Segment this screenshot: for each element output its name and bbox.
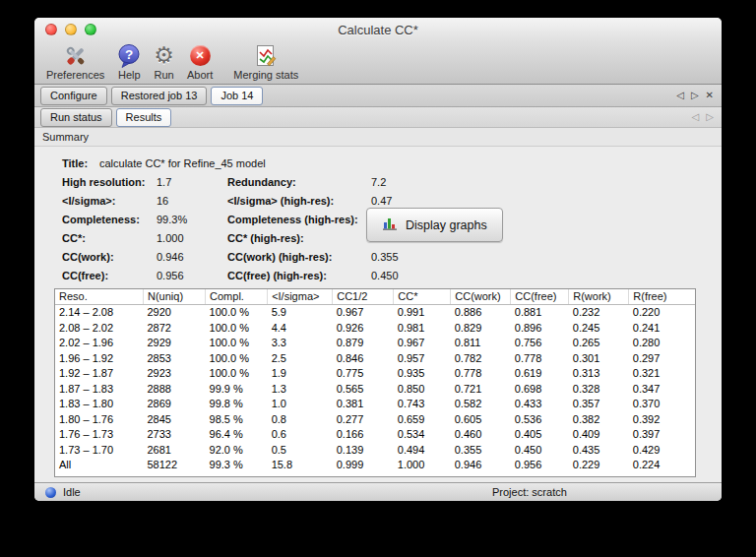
table-cell: 0.405 [511, 427, 569, 443]
summary-label: CC*: [62, 232, 157, 244]
table-cell: 0.301 [569, 351, 629, 367]
display-graphs-button[interactable]: Display graphs [366, 208, 503, 242]
toolbar-label: Preferences [46, 69, 104, 81]
tab-close-icon[interactable]: ✕ [706, 91, 714, 100]
gear-icon: ⚙ [154, 42, 174, 69]
subtab-scroll-left-icon[interactable]: ◁ [692, 112, 700, 122]
table-cell: 0.460 [451, 427, 511, 443]
column-header[interactable]: R(work) [569, 289, 629, 305]
summary-value: 0.47 [371, 195, 392, 207]
table-row[interactable]: 2.08 – 2.022872100.0 %4.40.9260.9810.829… [55, 321, 695, 337]
table-cell: 2.08 – 2.02 [55, 321, 144, 337]
summary-row: CC(free):0.956CC(free) (high-res):0.450 [62, 266, 722, 284]
table-cell: 0.280 [629, 336, 695, 351]
bar-chart-icon [382, 216, 398, 234]
table-cell: 0.370 [629, 397, 695, 412]
tab-job-14[interactable]: Job 14 [211, 87, 263, 105]
column-header[interactable]: Compl. [206, 289, 268, 305]
toolbar-label: Merging stats [233, 69, 298, 81]
column-header[interactable]: Reso. [55, 289, 144, 305]
results-panel: Title: calculate CC* for Refine_45 model… [34, 147, 722, 482]
table-cell: 99.3 % [206, 458, 268, 473]
table-cell: 0.224 [629, 458, 695, 473]
table-row[interactable]: 1.76 – 1.73273396.4 %0.60.1660.5340.4600… [55, 427, 695, 443]
table-row[interactable]: 1.80 – 1.76284598.5 %0.80.2770.6590.6050… [55, 412, 695, 428]
tab-configure[interactable]: Configure [40, 87, 107, 105]
tab-restored-job-13[interactable]: Restored job 13 [111, 87, 208, 105]
merging-stats-button[interactable]: Merging stats [233, 42, 298, 81]
table-row[interactable]: 2.02 – 1.962929100.0 %3.30.8790.9670.811… [55, 336, 695, 351]
titlebar[interactable]: Calculate CC* [34, 18, 722, 41]
table-cell: 2872 [144, 321, 206, 337]
table-cell: 96.4 % [206, 427, 268, 443]
subtab-scroll-right-icon[interactable]: ▷ [706, 112, 714, 122]
table-cell: 0.536 [511, 412, 569, 428]
table-row[interactable]: 1.96 – 1.922853100.0 %2.50.8460.9570.782… [55, 351, 695, 367]
table-cell: 0.850 [394, 382, 451, 398]
column-header[interactable]: <I/sigma> [268, 289, 333, 305]
table-cell: 0.605 [451, 412, 511, 428]
table-cell: 0.6 [268, 427, 333, 443]
table-cell: 0.967 [333, 305, 394, 321]
table-cell: 0.565 [333, 382, 394, 398]
column-header[interactable]: N(uniq) [144, 289, 206, 305]
tab-scroll-left-icon[interactable]: ◁ [676, 91, 684, 100]
column-header[interactable]: CC1/2 [333, 289, 394, 305]
table-cell: 0.409 [569, 427, 629, 443]
zoom-button[interactable] [85, 24, 96, 35]
table-cell: 0.846 [333, 351, 394, 367]
summary-label: High resolution: [62, 176, 157, 188]
table-cell: 0.313 [569, 366, 629, 382]
table-cell: 1.76 – 1.73 [55, 427, 144, 443]
status-text: Idle [63, 486, 81, 498]
tab-results[interactable]: Results [116, 108, 172, 127]
table-cell: 100.0 % [206, 351, 268, 367]
preferences-button[interactable]: Preferences [46, 42, 104, 81]
table-cell: 0.811 [451, 336, 511, 351]
table-cell: 0.926 [333, 321, 394, 337]
table-row[interactable]: 1.87 – 1.83288899.9 %1.30.5650.8500.7210… [55, 382, 695, 398]
minimize-button[interactable] [65, 24, 77, 35]
table-cell: 100.0 % [206, 336, 268, 351]
section-label: Summary [42, 131, 89, 143]
table-cell: 0.429 [629, 443, 695, 459]
result-tab-bar: Run status Results ◁ ▷ [34, 107, 722, 128]
table-cell: 0.698 [511, 382, 569, 398]
table-row[interactable]: 1.92 – 1.872923100.0 %1.90.7750.9350.778… [55, 366, 695, 382]
column-header[interactable]: CC(free) [511, 289, 569, 305]
summary-value: 16 [157, 195, 227, 207]
summary-label: Completeness (high-res): [227, 214, 371, 225]
table-cell: 0.241 [629, 321, 695, 337]
table-cell: 0.297 [629, 351, 695, 367]
summary-label: Completeness: [62, 214, 157, 225]
table-row[interactable]: All5812299.3 %15.80.9991.0000.9460.9560.… [55, 458, 695, 473]
column-header[interactable]: R(free) [629, 289, 695, 305]
table-row[interactable]: 2.14 – 2.082920100.0 %5.90.9670.9910.886… [55, 305, 695, 321]
run-button[interactable]: ⚙ Run [154, 42, 174, 81]
table-cell: 1.73 – 1.70 [55, 443, 144, 459]
table-cell: 0.8 [268, 412, 333, 428]
table-cell: 0.355 [451, 443, 511, 459]
abort-button[interactable]: ✕ Abort [187, 42, 213, 81]
table-cell: 0.879 [333, 336, 394, 351]
help-button[interactable]: ? Help [117, 42, 141, 81]
table-cell: 0.721 [451, 382, 511, 398]
table-cell: 2681 [144, 443, 206, 459]
project-label: Project: scratch [492, 486, 567, 498]
table-cell: 3.3 [268, 336, 333, 351]
summary-value: 7.2 [371, 176, 386, 188]
table-row[interactable]: 1.73 – 1.70268192.0 %0.50.1390.4940.3550… [55, 443, 695, 459]
table-cell: 0.619 [511, 366, 569, 382]
app-window: Calculate CC* Preferences [34, 18, 722, 501]
table-row[interactable]: 1.83 – 1.80286999.8 %1.00.3810.7430.5820… [55, 397, 695, 412]
table-cell: 1.96 – 1.92 [55, 351, 144, 367]
tab-scroll-right-icon[interactable]: ▷ [691, 91, 699, 100]
table-cell: 58122 [144, 458, 206, 473]
tab-run-status[interactable]: Run status [40, 108, 112, 127]
close-button[interactable] [45, 24, 57, 35]
column-header[interactable]: CC* [394, 289, 451, 305]
job-tab-bar: Configure Restored job 13 Job 14 ◁ ▷ ✕ [34, 85, 722, 107]
table-cell: 0.946 [451, 458, 511, 473]
column-header[interactable]: CC(work) [451, 289, 511, 305]
table-cell: 92.0 % [206, 443, 268, 459]
